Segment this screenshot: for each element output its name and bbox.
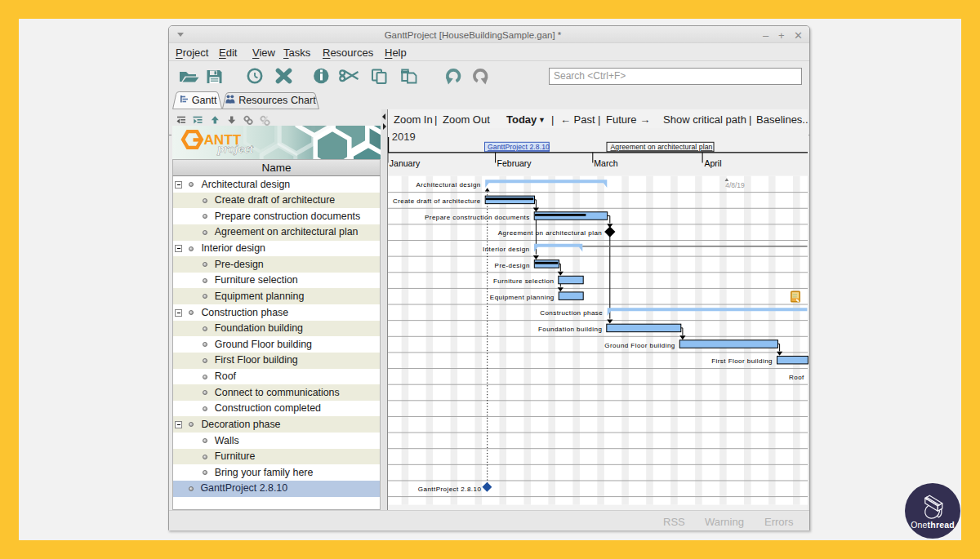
svg-text:January: January <box>390 158 421 168</box>
svg-text:Pre-design: Pre-design <box>495 262 530 269</box>
svg-text:April: April <box>705 158 722 168</box>
svg-text:Agreement on architectural pla: Agreement on architectural plan <box>498 229 602 237</box>
svg-text:project: project <box>217 141 254 155</box>
svg-text:Ground Floor building: Ground Floor building <box>604 342 675 349</box>
svg-text:Agreement on architectural pla: Agreement on architectural plan <box>611 143 713 151</box>
svg-text:February: February <box>497 158 532 168</box>
svg-text:Prepare construction documents: Prepare construction documents <box>425 214 530 221</box>
svg-text:2019: 2019 <box>392 131 416 143</box>
svg-text:First Floor building: First Floor building <box>711 357 773 365</box>
svg-text:GanttProject 2.8.10: GanttProject 2.8.10 <box>488 143 550 151</box>
svg-text:Create draft of architecture: Create draft of architecture <box>393 197 481 205</box>
svg-text:4/8/19: 4/8/19 <box>725 181 745 189</box>
svg-text:Gantt: Gantt <box>192 95 217 106</box>
svg-text:Resources Chart: Resources Chart <box>238 95 316 106</box>
svg-text:Roof: Roof <box>789 374 804 381</box>
svg-text:Architectural design: Architectural design <box>416 181 480 189</box>
svg-text:Construction phase: Construction phase <box>540 309 603 317</box>
svg-text:Interior design: Interior design <box>483 246 529 253</box>
svg-text:GanttProject 2.8.10: GanttProject 2.8.10 <box>418 486 482 493</box>
svg-text:Equipment planning: Equipment planning <box>490 294 555 301</box>
svg-text:March: March <box>594 158 617 168</box>
svg-text:Foundation building: Foundation building <box>538 326 602 333</box>
svg-text:Furniture selection: Furniture selection <box>493 277 554 285</box>
